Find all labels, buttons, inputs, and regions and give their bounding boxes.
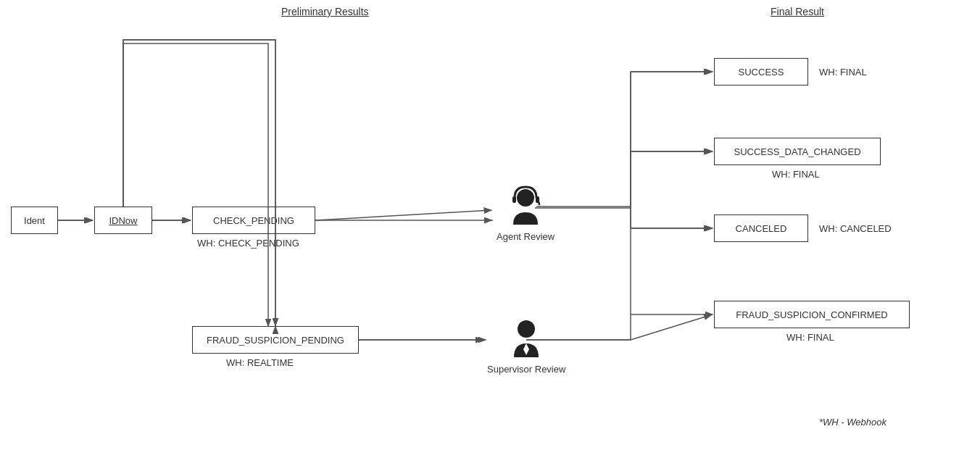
svg-point-3: [518, 320, 535, 338]
agent-review-icon: Agent Review: [497, 185, 555, 242]
svg-rect-1: [512, 196, 516, 203]
svg-line-18: [315, 210, 491, 220]
success-wh-label: WH: FINAL: [819, 67, 867, 78]
box-ident: Ident: [11, 207, 58, 234]
fraud-suspicion-confirmed-wh-label: WH: FINAL: [786, 332, 834, 343]
svg-line-12: [536, 72, 713, 207]
box-success: SUCCESS: [714, 58, 808, 86]
svg-line-14: [631, 314, 713, 340]
idnow-label: IDNow: [109, 215, 137, 226]
footnote-label: *WH - Webhook: [819, 417, 886, 428]
final-result-label: Final Result: [771, 6, 824, 17]
svg-point-0: [517, 189, 534, 207]
box-fraud-suspicion-confirmed: FRAUD_SUSPICION_CONFIRMED: [714, 301, 910, 328]
supervisor-review-label: Supervisor Review: [487, 364, 565, 375]
canceled-wh-label: WH: CANCELED: [819, 223, 892, 234]
fraud-suspicion-pending-wh-label: WH: REALTIME: [226, 357, 294, 368]
box-check-pending: CHECK_PENDING: [192, 207, 315, 234]
box-idnow: IDNow: [94, 207, 152, 234]
preliminary-results-label: Preliminary Results: [281, 6, 369, 17]
supervisor-review-icon: Supervisor Review: [487, 317, 565, 375]
diagram: Preliminary Results Final Result Ident I…: [0, 0, 980, 450]
box-success-data-changed: SUCCESS_DATA_CHANGED: [714, 138, 881, 165]
agent-review-label: Agent Review: [497, 231, 555, 242]
success-data-changed-wh-label: WH: FINAL: [772, 169, 820, 180]
box-canceled: CANCELED: [714, 214, 808, 242]
check-pending-wh-label: WH: CHECK_PENDING: [197, 238, 299, 249]
box-fraud-suspicion-pending: FRAUD_SUSPICION_PENDING: [192, 326, 359, 354]
